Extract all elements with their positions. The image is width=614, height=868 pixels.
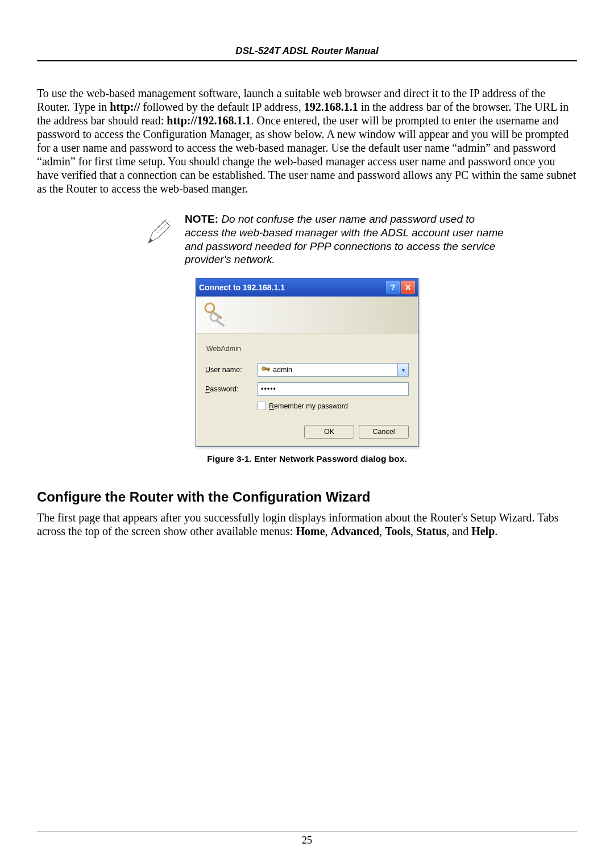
remember-password-checkbox[interactable]: Remember my password [258, 402, 409, 410]
username-input[interactable]: admin ▾ [258, 363, 409, 377]
page-number: 25 [37, 832, 577, 846]
text: , [410, 525, 416, 537]
auth-realm: WebAdmin [206, 345, 409, 353]
checkbox-icon [258, 402, 266, 410]
help-button[interactable]: ? [386, 281, 400, 294]
chevron-down-icon[interactable]: ▾ [397, 364, 408, 376]
text-bold: Tools [385, 525, 410, 537]
text-bold: Advanced [331, 525, 380, 537]
note-block: NOTE: Do not confuse the user name and p… [145, 212, 509, 266]
password-value: ••••• [261, 385, 276, 393]
user-key-icon [261, 366, 270, 374]
pencil-icon [145, 215, 173, 249]
remember-label: Remember my password [269, 402, 348, 410]
auth-dialog: Connect to 192.168.1.1 ? ✕ WebAdmin User… [196, 278, 418, 447]
username-label: User name: [205, 366, 258, 374]
text-bold: http:// [110, 101, 140, 113]
username-value: admin [273, 366, 397, 374]
password-input[interactable]: ••••• [258, 382, 409, 396]
svg-rect-10 [268, 369, 269, 371]
password-label: Password: [205, 385, 258, 393]
text: , and [446, 525, 471, 537]
text: , [379, 525, 385, 537]
dialog-banner [196, 297, 418, 333]
dialog-title: Connect to 192.168.1.1 [199, 283, 285, 292]
text: , [325, 525, 331, 537]
text-bold: Status [416, 525, 446, 537]
cancel-button[interactable]: Cancel [359, 425, 409, 439]
text-bold: 192.168.1.1 [304, 101, 358, 113]
section-heading: Configure the Router with the Configurat… [37, 489, 577, 505]
text-bold: Home [296, 525, 325, 537]
note-label: NOTE: [185, 213, 218, 225]
intro-paragraph: To use the web-based management software… [37, 86, 577, 195]
close-button[interactable]: ✕ [401, 281, 415, 294]
keys-icon [202, 300, 229, 329]
dialog-titlebar: Connect to 192.168.1.1 ? ✕ [196, 278, 418, 297]
text-bold: Help [471, 525, 495, 537]
text: . [495, 525, 497, 537]
section-paragraph: The first page that appears after you su… [37, 511, 577, 538]
text: followed by the default IP address, [140, 101, 304, 113]
note-text: Do not confuse the user name and passwor… [185, 213, 504, 265]
page-header-title: DSL-524T ADSL Router Manual [37, 45, 577, 61]
text-bold: http://192.168.1.1 [167, 114, 251, 127]
svg-rect-7 [215, 319, 225, 327]
figure-caption: Figure 3-1. Enter Network Password dialo… [37, 454, 577, 464]
ok-button[interactable]: OK [304, 425, 354, 439]
